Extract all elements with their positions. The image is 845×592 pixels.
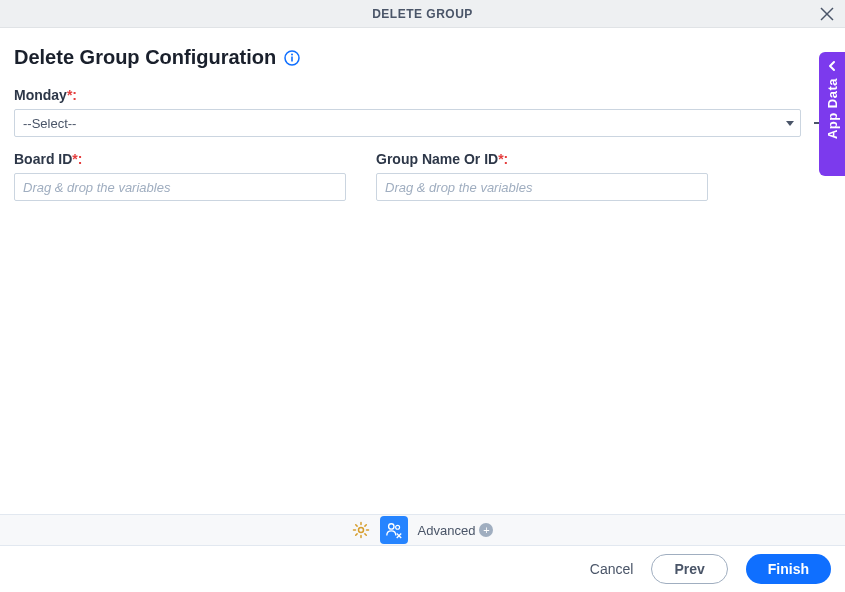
- people-icon: [385, 521, 403, 539]
- dialog-title: DELETE GROUP: [372, 7, 473, 21]
- monday-select-value: --Select--: [23, 116, 76, 131]
- app-data-tab[interactable]: App Data: [819, 52, 845, 176]
- group-name-group: Group Name Or ID*:: [376, 151, 708, 201]
- chevron-down-icon: [786, 121, 794, 126]
- app-data-label: App Data: [825, 78, 840, 139]
- required-indicator: *:: [498, 151, 508, 167]
- x-icon: [820, 7, 834, 21]
- toolbar: Advanced +: [0, 514, 845, 546]
- cancel-button[interactable]: Cancel: [590, 561, 634, 577]
- svg-rect-4: [291, 56, 293, 61]
- advanced-link[interactable]: Advanced +: [418, 523, 494, 538]
- required-indicator: *:: [72, 151, 82, 167]
- advanced-label: Advanced: [418, 523, 476, 538]
- plus-circle-icon: +: [479, 523, 493, 537]
- monday-select[interactable]: --Select--: [14, 109, 801, 137]
- page-title: Delete Group Configuration: [14, 46, 276, 69]
- two-column-row: Board ID*: Group Name Or ID*:: [14, 151, 831, 201]
- finish-button[interactable]: Finish: [746, 554, 831, 584]
- dialog-header: DELETE GROUP: [0, 0, 845, 28]
- monday-field-group: Monday*: --Select--: [14, 87, 801, 137]
- group-name-input[interactable]: [376, 173, 708, 201]
- board-id-group: Board ID*:: [14, 151, 346, 201]
- board-id-input[interactable]: [14, 173, 346, 201]
- group-name-label: Group Name Or ID*:: [376, 151, 708, 167]
- prev-button[interactable]: Prev: [651, 554, 727, 584]
- close-icon[interactable]: [819, 6, 835, 22]
- people-button[interactable]: [380, 516, 408, 544]
- settings-button[interactable]: [352, 521, 370, 539]
- chevron-left-icon: [826, 60, 838, 72]
- svg-point-8: [388, 524, 393, 529]
- info-icon[interactable]: [284, 50, 300, 66]
- required-indicator: *:: [67, 87, 77, 103]
- svg-point-7: [358, 528, 363, 533]
- monday-field-row: Monday*: --Select--: [14, 87, 831, 137]
- board-id-label: Board ID*:: [14, 151, 346, 167]
- content-area: Delete Group Configuration Monday*: --Se…: [0, 28, 845, 201]
- svg-point-3: [291, 53, 293, 55]
- footer: Cancel Prev Finish: [0, 546, 845, 592]
- monday-label: Monday*:: [14, 87, 801, 103]
- svg-point-9: [395, 525, 399, 529]
- gear-icon: [352, 521, 370, 539]
- page-title-row: Delete Group Configuration: [14, 46, 831, 69]
